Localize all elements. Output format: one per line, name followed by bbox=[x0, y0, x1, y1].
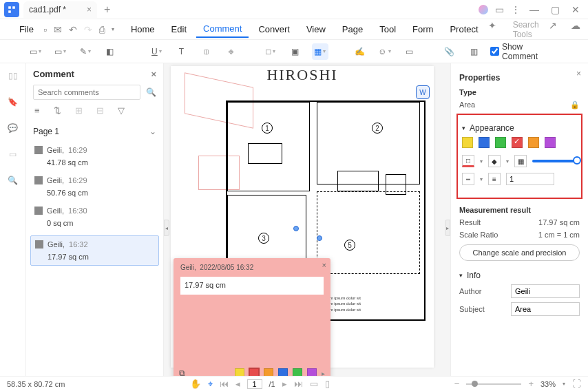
appearance-header[interactable]: Appearance bbox=[462, 123, 577, 133]
gutter-right[interactable]: ▸ bbox=[445, 220, 450, 236]
close-properties-icon[interactable]: × bbox=[576, 69, 581, 78]
avatar-icon[interactable] bbox=[479, 5, 488, 14]
menu-convert[interactable]: Convert bbox=[251, 21, 297, 37]
signature-tool[interactable]: ✍ bbox=[352, 43, 368, 60]
lock-icon[interactable]: 🔒 bbox=[570, 101, 580, 109]
filter2-icon[interactable]: ▽ bbox=[118, 105, 125, 116]
fit-page-icon[interactable]: ▯ bbox=[325, 379, 330, 389]
color-swatch[interactable] bbox=[495, 137, 506, 148]
popup-body[interactable]: 17.97 sq cm bbox=[180, 277, 324, 295]
menu-home[interactable]: Home bbox=[124, 21, 162, 37]
thumbnails-icon[interactable]: ▯▯ bbox=[6, 69, 20, 83]
stamp-tool[interactable]: ▣ bbox=[287, 43, 304, 60]
page-number-input[interactable] bbox=[247, 379, 262, 389]
prev-page-icon[interactable]: ◂ bbox=[235, 379, 240, 389]
menu-file[interactable]: File bbox=[12, 21, 41, 37]
menu-form[interactable]: Form bbox=[406, 21, 440, 37]
first-page-icon[interactable]: ⏮ bbox=[220, 379, 229, 389]
notification-icon[interactable]: ▭ bbox=[495, 4, 504, 15]
color-swatch[interactable] bbox=[264, 368, 273, 376]
color-swatch[interactable] bbox=[307, 368, 317, 376]
redact-tool[interactable]: ▭ bbox=[401, 43, 417, 60]
author-input[interactable] bbox=[511, 284, 580, 298]
attachments-icon[interactable]: ▭ bbox=[6, 147, 20, 161]
line-weight-btn[interactable]: ≡ bbox=[488, 173, 501, 185]
pattern-btn[interactable]: ▦ bbox=[514, 155, 527, 167]
document-canvas[interactable]: ◂ ▸ HIROSHI W 1 2 3 4 5 bbox=[164, 63, 450, 376]
maximize-button[interactable]: ▢ bbox=[548, 4, 562, 15]
color-swatch[interactable] bbox=[528, 137, 539, 148]
show-comment-toggle[interactable]: Show Comment bbox=[490, 42, 560, 61]
close-tab-icon[interactable]: × bbox=[87, 5, 92, 14]
zoom-out-icon[interactable]: − bbox=[454, 379, 460, 389]
attach-tool[interactable]: 📎 bbox=[441, 43, 457, 60]
gutter-left[interactable]: ◂ bbox=[164, 220, 169, 236]
info-header[interactable]: Info bbox=[459, 271, 580, 280]
comment-search-input[interactable] bbox=[33, 85, 140, 100]
stamp2-tool[interactable]: ☺▾ bbox=[377, 43, 393, 60]
color-swatch[interactable] bbox=[293, 368, 302, 376]
print-dd-icon[interactable]: ▾ bbox=[112, 26, 114, 32]
hand-tool-icon[interactable]: ✋ bbox=[190, 379, 201, 389]
zoom-readout[interactable]: 33% bbox=[540, 380, 556, 388]
menu-edit[interactable]: Edit bbox=[165, 21, 193, 37]
expand-icon[interactable]: ⊞ bbox=[75, 105, 83, 116]
print-icon[interactable]: ⎙ bbox=[99, 24, 105, 35]
more-colors-icon[interactable]: ▸ bbox=[322, 370, 325, 377]
sort-icon[interactable]: ⇅ bbox=[54, 105, 61, 116]
pencil-tool[interactable]: ✎▾ bbox=[77, 43, 94, 60]
opacity-input[interactable] bbox=[506, 173, 554, 185]
undo-icon[interactable]: ↶ bbox=[69, 24, 77, 35]
wand-icon[interactable]: ✦ bbox=[488, 20, 496, 39]
measure-handle[interactable] bbox=[317, 235, 322, 241]
color-swatch-selected[interactable] bbox=[249, 368, 259, 376]
zoom-in-icon[interactable]: + bbox=[528, 379, 534, 389]
comment-item[interactable]: Geili, 16:30 0 sq cm bbox=[26, 202, 163, 233]
underline-tool[interactable]: U▾ bbox=[148, 43, 165, 60]
select-tool-icon[interactable]: ⌖ bbox=[208, 379, 213, 390]
save-icon[interactable]: ▫ bbox=[43, 24, 47, 35]
comment-item[interactable]: Geili, 16:29 50.76 sq cm bbox=[26, 172, 163, 202]
new-tab-button[interactable]: + bbox=[104, 3, 110, 16]
color-swatch-selected[interactable] bbox=[512, 137, 523, 148]
close-window-button[interactable]: ✕ bbox=[569, 4, 582, 15]
shape-tool[interactable]: □▾ bbox=[262, 43, 279, 60]
menu-page[interactable]: Page bbox=[335, 21, 370, 37]
collapse-cmt-icon[interactable]: ⊟ bbox=[96, 105, 104, 116]
search-tools-input[interactable]: Search Tools bbox=[513, 20, 539, 39]
filter1-icon[interactable]: ≡ bbox=[34, 105, 40, 116]
line-style-btn[interactable]: ┅ bbox=[462, 173, 474, 185]
highlight-tool[interactable]: ▭▾ bbox=[52, 43, 69, 60]
copy-icon[interactable]: ⧉ bbox=[179, 368, 185, 376]
comment-item-selected[interactable]: Geili, 16:32 17.97 sq cm bbox=[30, 235, 159, 266]
subject-input[interactable] bbox=[511, 302, 580, 316]
color-swatch[interactable] bbox=[479, 137, 490, 148]
hide-tool[interactable]: ▥ bbox=[465, 43, 482, 60]
fill-color-btn[interactable]: ◆ bbox=[488, 155, 501, 167]
stroke-color-btn[interactable]: □ bbox=[462, 155, 474, 167]
textbox-tool[interactable]: ⎅ bbox=[198, 43, 214, 60]
annotation-popup[interactable]: × Geili, 2022/08/05 16:32 17.97 sq cm ⧉ … bbox=[174, 258, 330, 376]
text-tool[interactable]: T bbox=[173, 43, 189, 60]
comments-rail-icon[interactable]: 💬 bbox=[6, 121, 20, 135]
menu-comment[interactable]: Comment bbox=[196, 21, 249, 38]
menu-protect[interactable]: Protect bbox=[443, 21, 485, 37]
menu-view[interactable]: View bbox=[300, 21, 333, 37]
color-swatch[interactable] bbox=[278, 368, 288, 376]
close-comment-panel-icon[interactable]: × bbox=[151, 69, 156, 79]
measure-handle[interactable] bbox=[293, 226, 299, 231]
redo-icon[interactable]: ↷ bbox=[84, 24, 92, 35]
word-badge-icon[interactable]: W bbox=[416, 85, 430, 99]
share-icon[interactable]: ↗ bbox=[549, 20, 557, 39]
close-popup-icon[interactable]: × bbox=[322, 261, 326, 269]
measure-tool[interactable]: ▦▾ bbox=[312, 43, 328, 60]
fullscreen-icon[interactable]: ⛶ bbox=[572, 379, 581, 389]
callout-tool[interactable]: ⎆ bbox=[222, 43, 239, 60]
kebab-icon[interactable]: ⋮ bbox=[511, 4, 521, 15]
opacity-slider[interactable] bbox=[532, 160, 577, 162]
menu-tool[interactable]: Tool bbox=[372, 21, 403, 37]
cloud-icon[interactable]: ☁ bbox=[571, 20, 580, 39]
last-page-icon[interactable]: ⏭ bbox=[294, 379, 303, 389]
comment-page-header[interactable]: Page 1 ⌄ bbox=[26, 121, 163, 142]
fit-width-icon[interactable]: ▭ bbox=[310, 379, 318, 389]
